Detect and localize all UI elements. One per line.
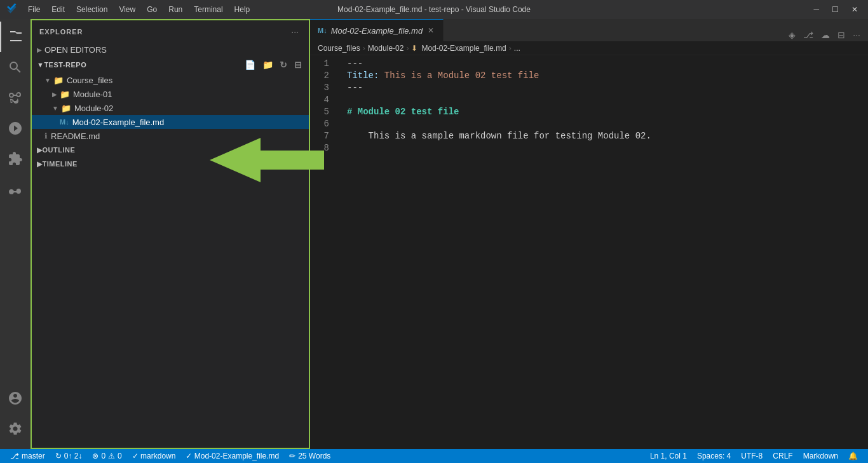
breadcrumb: Course_files › Module-02 › ⬇ Mod-02-Exam… xyxy=(310,41,868,55)
titlebar-left: File Edit Selection View Go Run Terminal… xyxy=(6,3,255,17)
collapse-icon[interactable]: ⊟ xyxy=(292,59,304,70)
git-branch-item[interactable]: ⎇ master xyxy=(5,449,50,463)
errors-item[interactable]: ⊗ 0 ⚠ 0 xyxy=(87,449,126,463)
extensions-activity-icon[interactable] xyxy=(0,144,31,174)
code-editor[interactable]: 1 2 3 4 5 6 7 8 --- Title: This is a Mod… xyxy=(310,55,868,449)
language-item[interactable]: Markdown xyxy=(798,449,843,463)
active-tab[interactable]: M↓ Mod-02-Example_file.md ✕ xyxy=(310,19,444,41)
maximize-button[interactable]: ☐ xyxy=(828,4,843,15)
branch-icon: ⎇ xyxy=(10,452,19,460)
code-content[interactable]: --- Title: This is a Module 02 test file… xyxy=(342,55,868,449)
md-file-icon: M↓ xyxy=(60,118,69,126)
account-activity-icon[interactable] xyxy=(0,383,31,413)
sync-item[interactable]: ↻ 0↑ 2↓ xyxy=(50,449,88,463)
timeline-section[interactable]: ▶ TIMELINE xyxy=(32,157,309,171)
breadcrumb-filename[interactable]: Mod-02-Example_file.md xyxy=(421,44,506,53)
cursor-position-item[interactable]: Ln 1, Col 1 xyxy=(645,449,692,463)
sync-settings-icon[interactable]: ☁ xyxy=(818,29,832,41)
search-activity-icon[interactable] xyxy=(0,52,31,83)
error-count: 0 xyxy=(101,452,105,460)
more-actions-icon[interactable]: ··· xyxy=(850,29,863,41)
warning-icon: ⚠ xyxy=(108,452,115,460)
source-control-icon[interactable]: ⎇ xyxy=(801,29,816,41)
word-count-item[interactable]: ✏ 25 Words xyxy=(284,449,336,463)
menu-view[interactable]: View xyxy=(114,4,140,15)
code-line-5: # Module 02 test file xyxy=(347,106,868,118)
timeline-arrow: ▶ xyxy=(37,160,43,168)
breadcrumb-sep2: › xyxy=(406,44,409,53)
module01-folder[interactable]: ▶ 📁 Module-01 xyxy=(32,87,309,101)
spaces-label: Spaces: 4 xyxy=(697,452,731,460)
minimize-button[interactable]: ─ xyxy=(810,4,823,15)
new-folder-icon[interactable]: 📁 xyxy=(261,59,276,70)
line-num-8: 8 xyxy=(310,142,337,154)
menu-selection[interactable]: Selection xyxy=(71,4,112,15)
line-num-3: 3 xyxy=(310,82,337,94)
module02-folder[interactable]: ▼ 📁 Module-02 xyxy=(32,101,309,115)
sidebar-header-icons: ··· xyxy=(288,25,301,38)
readme-file-item[interactable]: ℹ README.md xyxy=(32,129,309,143)
sidebar-bottom: ▶ OUTLINE ▶ TIMELINE xyxy=(32,143,309,448)
close-button[interactable]: ✕ xyxy=(848,4,862,15)
code-line-6 xyxy=(347,118,868,130)
line-num-6: 6 xyxy=(310,118,337,130)
spaces-item[interactable]: Spaces: 4 xyxy=(692,449,736,463)
breadcrumb-course-files[interactable]: Course_files xyxy=(318,44,360,53)
status-bar: ⎇ master ↻ 0↑ 2↓ ⊗ 0 ⚠ 0 ✓ markdown ✓ Mo… xyxy=(0,449,868,463)
git-graph-activity-icon[interactable] xyxy=(0,179,31,210)
run-debug-activity-icon[interactable] xyxy=(0,113,31,144)
course-files-arrow: ▼ xyxy=(44,77,51,84)
menu-run[interactable]: Run xyxy=(163,4,187,15)
sidebar-title: EXPLORER xyxy=(39,28,83,36)
activity-bar xyxy=(0,19,31,449)
sync-label: 0↑ 2↓ xyxy=(64,452,83,460)
language-label: Markdown xyxy=(803,452,838,460)
notifications-icon: 🔔 xyxy=(848,452,858,460)
file-check-item[interactable]: ✓ Mod-02-Example_file.md xyxy=(180,449,284,463)
encoding-item[interactable]: UTF-8 xyxy=(736,449,768,463)
repo-section[interactable]: ▼ TEST-REPO 📄 📁 ↻ ⊟ xyxy=(32,57,309,73)
main-layout: EXPLORER ··· ▶ OPEN EDITORS ▼ TEST-REPO … xyxy=(0,19,868,449)
tab-close-button[interactable]: ✕ xyxy=(426,25,435,36)
menu-terminal[interactable]: Terminal xyxy=(189,4,227,15)
line-numbers: 1 2 3 4 5 6 7 8 xyxy=(310,55,342,449)
refresh-icon[interactable]: ↻ xyxy=(278,59,290,70)
breadcrumb-file-icon: ⬇ xyxy=(411,44,417,53)
language-check-label: ✓ markdown xyxy=(132,452,176,460)
sidebar-more-icon[interactable]: ··· xyxy=(288,25,301,38)
cursor-pos-label: Ln 1, Col 1 xyxy=(650,452,687,460)
encoding-label: UTF-8 xyxy=(741,452,763,460)
settings-activity-icon[interactable] xyxy=(0,413,31,444)
course-files-folder[interactable]: ▼ 📁 Course_files xyxy=(32,73,309,87)
tab-title: Mod-02-Example_file.md xyxy=(331,26,423,36)
active-file-item[interactable]: M↓ Mod-02-Example_file.md xyxy=(32,115,309,129)
repo-name: TEST-REPO xyxy=(44,61,86,69)
timeline-label: TIMELINE xyxy=(43,160,78,168)
open-editors-arrow: ▶ xyxy=(37,46,42,53)
source-control-activity-icon[interactable] xyxy=(0,83,31,113)
outline-section[interactable]: ▶ OUTLINE xyxy=(32,143,309,157)
language-check-item[interactable]: ✓ markdown xyxy=(127,449,181,463)
repo-arrow: ▼ xyxy=(37,61,44,69)
menu-edit[interactable]: Edit xyxy=(46,4,70,15)
open-editors-section[interactable]: ▶ OPEN EDITORS xyxy=(32,43,309,57)
branch-label: master xyxy=(22,452,45,460)
breadcrumb-more[interactable]: ... xyxy=(514,44,520,53)
code-line-4 xyxy=(347,94,868,106)
line-num-2: 2 xyxy=(310,70,337,82)
explorer-activity-icon[interactable] xyxy=(0,22,31,52)
new-file-icon[interactable]: 📄 xyxy=(243,59,258,70)
breadcrumb-module02[interactable]: Module-02 xyxy=(368,44,404,53)
activity-bar-bottom xyxy=(0,383,31,449)
menu-file[interactable]: File xyxy=(23,4,45,15)
file-check-label: ✓ Mod-02-Example_file.md xyxy=(186,452,279,460)
split-editor-icon[interactable]: ⊟ xyxy=(835,29,848,41)
line-num-7: 7 xyxy=(310,130,337,142)
extensions-icon[interactable]: ◈ xyxy=(786,29,798,41)
menu-help[interactable]: Help xyxy=(229,4,255,15)
menu-go[interactable]: Go xyxy=(142,4,162,15)
line-ending-item[interactable]: CRLF xyxy=(768,449,797,463)
repo-icons: 📄 📁 ↻ ⊟ xyxy=(243,59,304,70)
notifications-item[interactable]: 🔔 xyxy=(843,449,863,463)
course-files-label: Course_files xyxy=(67,76,112,85)
